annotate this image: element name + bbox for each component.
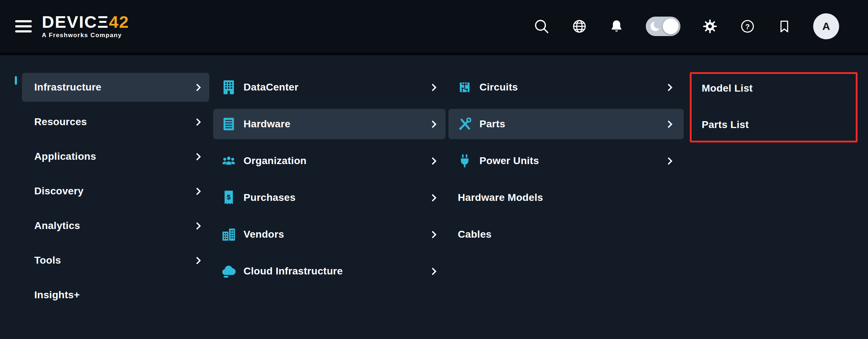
hardware-icon bbox=[220, 116, 237, 132]
svg-text:$: $ bbox=[227, 193, 231, 201]
topbar-left: DEVICΞ42 A Freshworks Company bbox=[15, 13, 129, 39]
menu-item-label: Applications bbox=[34, 151, 96, 162]
menu-item-cables[interactable]: Cables bbox=[448, 219, 684, 250]
topbar: DEVICΞ42 A Freshworks Company bbox=[0, 0, 868, 52]
menu-item-model-list[interactable]: Model List bbox=[692, 74, 856, 103]
menu-item-label: Insights+ bbox=[34, 289, 80, 301]
menu-item-label: Circuits bbox=[479, 82, 518, 93]
settings-button[interactable] bbox=[702, 18, 718, 34]
brand-subtitle: A Freshworks Company bbox=[42, 32, 129, 39]
hamburger-bar bbox=[15, 30, 32, 32]
menu-item-purchases[interactable]: $ Purchases bbox=[213, 182, 446, 213]
chevron-right-icon bbox=[193, 153, 201, 160]
menu-item-infrastructure[interactable]: Infrastructure bbox=[22, 73, 209, 102]
brand-wordmark: DEVICΞ42 bbox=[42, 13, 129, 30]
menu-item-organization[interactable]: Organization bbox=[213, 146, 446, 176]
menu-item-analytics[interactable]: Analytics bbox=[22, 211, 209, 240]
chevron-right-icon bbox=[429, 120, 437, 128]
menu-item-applications[interactable]: Applications bbox=[22, 142, 209, 171]
menu-item-parts[interactable]: Parts bbox=[448, 109, 684, 139]
bell-icon bbox=[609, 19, 624, 34]
purchases-icon: $ bbox=[220, 189, 237, 206]
menu-item-power-units[interactable]: Power Units bbox=[448, 146, 684, 176]
help-icon: ? bbox=[740, 18, 755, 34]
left-accent-mark bbox=[15, 76, 17, 85]
menu-item-tools[interactable]: Tools bbox=[22, 246, 209, 275]
vendors-icon bbox=[220, 226, 237, 243]
organization-icon bbox=[220, 153, 237, 169]
circuits-icon bbox=[456, 79, 473, 96]
toggle-knob bbox=[663, 18, 679, 34]
menu-item-datacenter[interactable]: DataCenter bbox=[213, 72, 446, 102]
menu-item-hardware-models[interactable]: Hardware Models bbox=[448, 182, 684, 213]
menu-item-parts-list[interactable]: Parts List bbox=[692, 110, 856, 139]
menu-item-label: Model List bbox=[702, 83, 753, 94]
menu-item-resources[interactable]: Resources bbox=[22, 107, 209, 136]
bookmark-icon bbox=[777, 19, 792, 34]
moon-icon bbox=[650, 22, 660, 31]
chevron-right-icon bbox=[193, 187, 201, 195]
menu-item-label: Vendors bbox=[244, 229, 284, 240]
menu-item-label: Tools bbox=[34, 255, 61, 266]
chevron-right-icon bbox=[193, 118, 201, 126]
hamburger-bar bbox=[15, 25, 32, 27]
parts-icon bbox=[456, 116, 473, 132]
device42-logo[interactable]: DEVICΞ42 A Freshworks Company bbox=[42, 13, 129, 39]
notifications-button[interactable] bbox=[609, 19, 624, 34]
menu-item-label: Analytics bbox=[34, 220, 80, 232]
menu-item-label: Cables bbox=[458, 229, 492, 240]
bookmark-button[interactable] bbox=[777, 19, 792, 34]
topbar-actions: ? A bbox=[533, 13, 839, 39]
datacenter-icon bbox=[220, 79, 237, 96]
menu-item-label: Parts bbox=[479, 118, 505, 130]
power-units-icon bbox=[456, 153, 473, 169]
menu-item-label: Purchases bbox=[244, 192, 295, 203]
chevron-right-icon bbox=[429, 267, 437, 275]
menu-item-label: Hardware bbox=[244, 118, 290, 130]
menu-item-label: DataCenter bbox=[244, 82, 298, 93]
menu-item-label: Organization bbox=[244, 155, 307, 167]
search-button[interactable] bbox=[533, 18, 550, 35]
menu-item-hardware[interactable]: Hardware bbox=[213, 109, 446, 139]
chevron-right-icon bbox=[429, 83, 437, 91]
chevron-right-icon bbox=[193, 83, 201, 91]
gear-icon bbox=[702, 18, 718, 34]
chevron-right-icon bbox=[429, 194, 437, 201]
device42-app: DEVICΞ42 A Freshworks Company bbox=[0, 0, 868, 339]
menu-item-vendors[interactable]: Vendors bbox=[213, 219, 446, 250]
chevron-right-icon bbox=[429, 230, 437, 238]
brand-stylized-e: Ξ bbox=[97, 13, 109, 30]
chevron-right-icon bbox=[665, 83, 672, 91]
chevron-right-icon bbox=[193, 222, 201, 229]
theme-toggle[interactable] bbox=[646, 17, 680, 36]
hamburger-menu-button[interactable] bbox=[15, 19, 32, 34]
menu-item-cloud-infrastructure[interactable]: Cloud Infrastructure bbox=[213, 256, 446, 286]
menu-item-circuits[interactable]: Circuits bbox=[448, 72, 684, 102]
chevron-right-icon bbox=[665, 157, 672, 164]
menu-item-label: Infrastructure bbox=[34, 82, 101, 93]
menu-item-label: Cloud Infrastructure bbox=[244, 265, 343, 277]
brand-number: 42 bbox=[109, 13, 129, 30]
mega-menu: Infrastructure Resources Applications Di… bbox=[0, 55, 868, 339]
avatar-initial: A bbox=[822, 20, 830, 32]
chevron-right-icon bbox=[429, 157, 437, 164]
globe-icon bbox=[571, 18, 587, 34]
menu-item-discovery[interactable]: Discovery bbox=[22, 177, 209, 206]
menu-item-label: Resources bbox=[34, 116, 87, 128]
hamburger-bar bbox=[15, 20, 32, 22]
help-button[interactable]: ? bbox=[740, 18, 755, 34]
menu-item-label: Hardware Models bbox=[458, 192, 543, 203]
topbar-divider bbox=[0, 52, 868, 55]
chevron-right-icon bbox=[665, 120, 672, 128]
chevron-right-icon bbox=[193, 256, 201, 264]
search-icon bbox=[533, 18, 550, 35]
cloud-infrastructure-icon bbox=[220, 263, 237, 279]
menu-item-label: Parts List bbox=[702, 119, 749, 131]
user-avatar[interactable]: A bbox=[813, 13, 839, 39]
language-button[interactable] bbox=[571, 18, 587, 34]
brand-text: DEVIC bbox=[42, 13, 97, 30]
menu-item-label: Discovery bbox=[34, 185, 84, 197]
menu-item-insights-plus[interactable]: Insights+ bbox=[22, 281, 209, 309]
menu-item-label: Power Units bbox=[479, 155, 539, 167]
annotation-highlight-box: Model List Parts List bbox=[690, 72, 858, 142]
